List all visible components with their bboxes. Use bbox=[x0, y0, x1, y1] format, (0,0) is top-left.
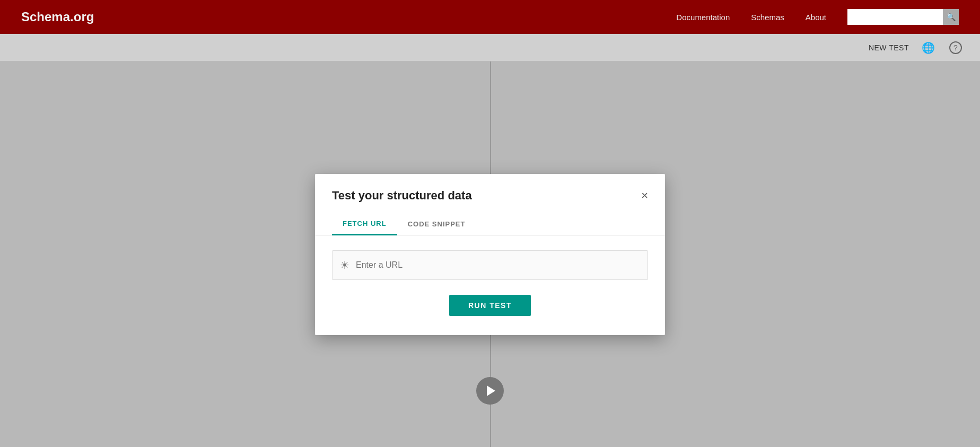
modal-overlay: Test your structured data × FETCH URL CO… bbox=[0, 62, 980, 447]
search-bar: 🔍 bbox=[847, 9, 959, 25]
modal-dialog: Test your structured data × FETCH URL CO… bbox=[315, 174, 665, 335]
tab-fetch-url[interactable]: FETCH URL bbox=[332, 213, 397, 235]
globe-icon: 🌐 bbox=[922, 41, 935, 54]
new-test-button[interactable]: NEW TEST bbox=[869, 43, 909, 52]
language-button[interactable]: 🌐 bbox=[920, 39, 937, 56]
search-input[interactable] bbox=[847, 9, 943, 25]
url-globe-icon: ☀ bbox=[340, 259, 349, 271]
nav-documentation[interactable]: Documentation bbox=[676, 13, 730, 22]
nav-schemas[interactable]: Schemas bbox=[751, 13, 784, 22]
modal-tabs: FETCH URL CODE SNIPPET bbox=[315, 213, 665, 235]
nav-links: Documentation Schemas About bbox=[676, 13, 826, 22]
url-input[interactable] bbox=[356, 260, 640, 270]
modal-close-button[interactable]: × bbox=[641, 190, 648, 201]
tab-code-snippet[interactable]: CODE SNIPPET bbox=[397, 213, 476, 235]
search-icon: 🔍 bbox=[947, 13, 956, 21]
main-content: Test your structured data × FETCH URL CO… bbox=[0, 62, 980, 447]
site-brand: Schema.org bbox=[21, 10, 94, 24]
help-button[interactable]: ? bbox=[947, 39, 964, 56]
run-test-button[interactable]: RUN TEST bbox=[449, 295, 531, 316]
url-input-wrapper: ☀ bbox=[332, 250, 648, 280]
help-icon: ? bbox=[949, 41, 962, 54]
modal-header: Test your structured data × bbox=[315, 174, 665, 203]
run-test-wrap: RUN TEST bbox=[332, 295, 648, 316]
nav-about[interactable]: About bbox=[806, 13, 826, 22]
modal-title: Test your structured data bbox=[332, 189, 472, 203]
search-button[interactable]: 🔍 bbox=[943, 9, 959, 25]
navbar: Schema.org Documentation Schemas About 🔍 bbox=[0, 0, 980, 34]
modal-body: ☀ RUN TEST bbox=[315, 235, 665, 335]
secondary-bar: NEW TEST 🌐 ? bbox=[0, 34, 980, 62]
